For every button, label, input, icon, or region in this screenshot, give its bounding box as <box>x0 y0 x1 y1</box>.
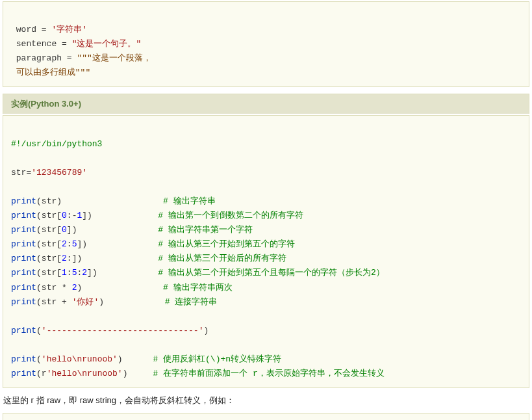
explanation-text: 这里的 r 指 raw，即 raw string，会自动将反斜杠转义，例如： <box>0 389 532 412</box>
code-line: print(str * 2) # 输出字符串两次 <box>11 283 233 293</box>
code-line: paragraph = """这是一个段落， <box>11 53 151 63</box>
code-line: print(str) # 输出字符串 <box>11 196 216 206</box>
code-line: print('hello\nrunoob') # 使用反斜杠(\)+n转义特殊字… <box>11 354 281 364</box>
code-line: sentence = "这是一个句子。" <box>11 39 141 49</box>
code-line: print(str[0]) # 输出字符串第一个字符 <box>11 225 253 235</box>
code-line: print(str[2:]) # 输出从第三个开始后的所有字符 <box>11 254 286 263</box>
console-block: >>> print('\n') # 输出空行 >>> print(r'\n') … <box>3 413 529 420</box>
example-header: 实例(Python 3.0+) <box>3 94 529 114</box>
code-line: str='123456789' <box>11 168 87 177</box>
code-line: print(r'hello\nrunoob') # 在字符串前面添加一个 r，表… <box>11 369 385 378</box>
code-line: print(str + '你好') # 连接字符串 <box>11 297 217 307</box>
code-line: print('------------------------------') <box>11 326 209 335</box>
code-line: print(str[0:-1]) # 输出第一个到倒数第二个的所有字符 <box>11 211 303 220</box>
code-block-2: #!/usr/bin/python3 str='123456789' print… <box>3 115 529 388</box>
shebang-line: #!/usr/bin/python3 <box>11 139 102 149</box>
code-line: print(str[2:5]) # 输出从第三个开始到第五个的字符 <box>11 239 295 249</box>
code-line: word = '字符串' <box>11 25 87 34</box>
code-line: 可以由多行组成""" <box>11 68 90 77</box>
code-line: print(str[1:5:2]) # 输出从第二个开始到第五个且每隔一个的字符… <box>11 268 385 278</box>
code-block-1: word = '字符串' sentence = "这是一个句子。" paragr… <box>3 1 529 87</box>
